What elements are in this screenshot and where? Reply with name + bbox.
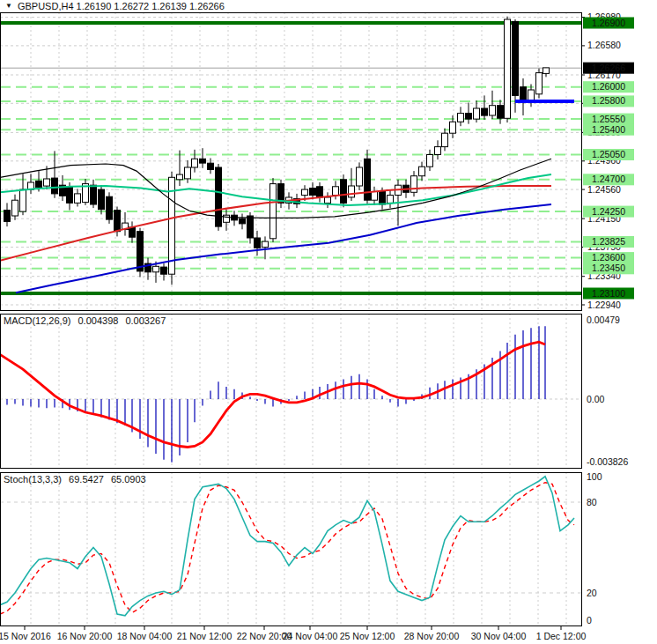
- candle-bullish: [458, 114, 464, 122]
- level-price-badge: 1.25050: [592, 149, 625, 159]
- level-price-badge: 1.26900: [592, 18, 625, 28]
- stoch-axis-label: 80: [587, 497, 597, 507]
- time-axis-label: 24 Nov 04:00: [283, 631, 338, 641]
- candle-bullish: [302, 189, 308, 196]
- candle-bearish: [310, 189, 316, 196]
- candle-bearish: [99, 189, 105, 210]
- candle-bullish: [528, 90, 535, 100]
- level-price-badge: 1.23450: [592, 263, 625, 273]
- chart-title: GBPUSD,H4 1.26190 1.26272 1.26139 1.2626…: [18, 1, 225, 11]
- candle-bearish: [482, 108, 488, 115]
- candle-bullish: [153, 266, 159, 272]
- candle-bullish: [262, 241, 269, 248]
- candle-bullish: [349, 186, 355, 197]
- candle-bullish: [474, 108, 480, 119]
- candle-bullish: [20, 189, 26, 211]
- mt4-chart-window: ▼ GBPUSD,H4 1.26190 1.26272 1.26139 1.26…: [0, 0, 657, 644]
- level-price-badge: 1.24250: [592, 206, 625, 217]
- stoch-axis-label: 0: [587, 615, 592, 625]
- time-axis-label: 18 Nov 04:00: [117, 631, 173, 641]
- candle-bearish: [380, 192, 386, 205]
- symbol-dropdown-icon[interactable]: ▼: [5, 1, 12, 11]
- candle-bullish: [419, 167, 425, 176]
- candle-bullish: [270, 184, 277, 239]
- current-price-badge: 1.26266: [592, 63, 625, 73]
- candle-bullish: [12, 200, 18, 216]
- candle-bullish: [192, 159, 198, 167]
- candle-bearish: [114, 211, 121, 232]
- level-price-badge: 1.25400: [592, 124, 625, 135]
- candle-bullish: [75, 194, 81, 204]
- candle-bearish: [129, 227, 136, 237]
- candle-bearish: [365, 159, 371, 200]
- candle-bearish: [513, 21, 519, 95]
- candle-bullish: [543, 68, 550, 74]
- stoch-axis-label: 100: [587, 471, 602, 482]
- candle-bearish: [36, 181, 42, 187]
- level-price-badge: 1.25550: [592, 114, 625, 124]
- time-axis-label: 28 Nov 20:00: [404, 631, 460, 641]
- time-axis-label: 25 Nov 12:00: [340, 631, 395, 641]
- candle-bearish: [67, 187, 73, 204]
- price-grid-label: 1.26580: [587, 40, 621, 50]
- candle-bearish: [466, 114, 472, 120]
- level-price-badge: 1.24700: [592, 174, 625, 184]
- candle-bullish: [427, 155, 433, 167]
- candle-bullish: [185, 167, 191, 179]
- time-axis-label: 16 Nov 20:00: [57, 631, 113, 641]
- candle-bullish: [442, 133, 448, 146]
- time-axis-label: 15 Nov 2016: [0, 631, 51, 641]
- candle-bearish: [107, 196, 113, 219]
- level-price-badge: 1.23600: [592, 252, 625, 263]
- macd-axis-label: -0.003826: [587, 456, 628, 467]
- macd-value-signal: 0.003267: [125, 315, 166, 326]
- candle-bullish: [372, 192, 378, 201]
- price-axis: 1.269801.265801.261701.257701.253601.249…: [581, 0, 657, 644]
- candle-bearish: [91, 185, 97, 204]
- stoch-indicator-label: Stoch(13,3,3) 69.5427 65.0903: [4, 474, 146, 485]
- candle-bearish: [317, 187, 323, 197]
- time-axis-label: 30 Nov 04:00: [471, 631, 527, 641]
- macd-axis-label: 0.00: [587, 394, 605, 404]
- candle-bullish: [536, 73, 543, 94]
- level-price-badge: 1.23100: [592, 288, 625, 299]
- candle-bearish: [216, 167, 222, 226]
- stoch-value-d: 65.0903: [111, 474, 146, 485]
- candle-bullish: [388, 196, 394, 204]
- candle-bearish: [4, 211, 11, 222]
- stoch-name: Stoch(13,3,3): [4, 474, 62, 485]
- time-axis-label: 21 Nov 12:00: [177, 631, 233, 641]
- candle-bearish: [208, 163, 214, 169]
- candle-bullish: [177, 174, 183, 180]
- level-price-badge: 1.25800: [592, 95, 625, 106]
- candle-bullish: [325, 197, 331, 204]
- macd-value-main: 0.004398: [78, 315, 118, 326]
- candle-bearish: [161, 267, 167, 274]
- candle-bullish: [333, 187, 339, 196]
- macd-axis-label: 0.00479: [587, 315, 620, 325]
- candle-bullish: [435, 147, 441, 155]
- candle-bullish: [450, 122, 456, 133]
- macd-indicator-label: MACD(12,26,9) 0.004398 0.003267: [4, 315, 166, 326]
- candle-bearish: [255, 238, 261, 248]
- candle-bearish: [240, 218, 246, 224]
- stoch-axis-label: 20: [587, 588, 597, 598]
- candle-bullish: [357, 167, 363, 186]
- candle-bearish: [498, 106, 504, 119]
- chart-title-bar: ▼ GBPUSD,H4 1.26190 1.26272 1.26139 1.26…: [5, 1, 225, 11]
- candle-bearish: [520, 87, 527, 100]
- stoch-value-k: 69.5427: [69, 474, 104, 485]
- candle-bearish: [341, 180, 347, 204]
- candle-bearish: [200, 159, 206, 163]
- candle-bullish: [411, 176, 417, 193]
- time-axis-label: 1 Dec 12:00: [536, 631, 587, 641]
- macd-name: MACD(12,26,9): [4, 315, 70, 326]
- candle-bullish: [505, 19, 511, 118]
- level-price-badge: 1.23825: [592, 236, 625, 247]
- candle-bearish: [52, 178, 58, 194]
- level-price-badge: 1.26000: [592, 81, 625, 92]
- time-axis: 15 Nov 201616 Nov 20:0018 Nov 04:0021 No…: [0, 626, 586, 644]
- candle-bearish: [137, 232, 144, 271]
- candle-bearish: [247, 216, 254, 238]
- candle-bullish: [44, 179, 50, 186]
